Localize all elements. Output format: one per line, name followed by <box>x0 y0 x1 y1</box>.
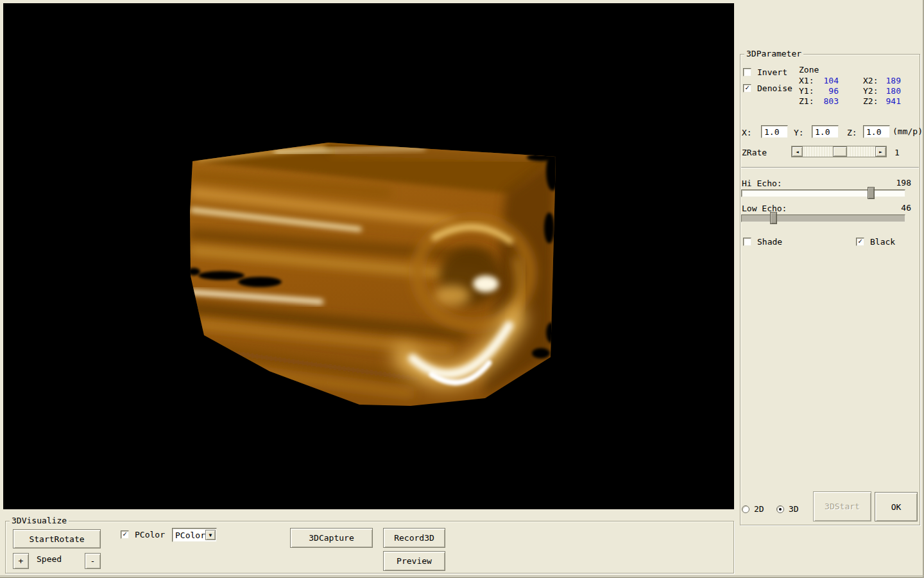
zrate-scrollbar[interactable]: ◄ ► <box>791 146 887 157</box>
zrate-scrollbar-thumb[interactable] <box>833 146 847 157</box>
render-viewport[interactable] <box>3 3 734 509</box>
invert-checkbox-box[interactable]: ✓ <box>743 68 751 76</box>
denoise-checkbox[interactable]: ✓ Denoise <box>743 84 792 93</box>
low-echo-value: 46 <box>886 203 911 213</box>
ok-button[interactable]: OK <box>875 492 918 521</box>
mode-3d-radio[interactable]: 3D <box>776 504 799 514</box>
window-edge <box>0 575 924 576</box>
zrate-value: 1 <box>894 148 900 157</box>
scroll-right-icon: ► <box>879 149 882 155</box>
zrate-label: ZRate <box>742 148 767 157</box>
zone-y1-value: 96 <box>822 86 839 96</box>
zone-x2-label: X2: <box>863 76 878 85</box>
pcolor-dropdown[interactable]: PColor ▼ <box>172 528 217 542</box>
zone-x1-label: X1: <box>799 76 814 85</box>
application-window: 3DParameter ✓ Invert ✓ Denoise Zone X1: … <box>0 0 924 578</box>
hi-echo-value: 198 <box>886 178 911 188</box>
start-rotate-button[interactable]: StartRotate <box>13 529 101 548</box>
checkmark-icon: ✓ <box>745 84 749 91</box>
hi-echo-slider-thumb[interactable] <box>868 187 875 199</box>
shade-label: Shade <box>757 237 782 247</box>
zone-z2-label: Z2: <box>863 96 878 106</box>
scale-x-input[interactable] <box>761 125 788 138</box>
capture3d-button[interactable]: 3DCapture <box>290 528 373 548</box>
hi-echo-slider-track[interactable] <box>741 189 905 197</box>
scale-x-label: X: <box>742 128 752 137</box>
zone-title: Zone <box>799 65 819 74</box>
zone-y1-label: Y1: <box>799 86 814 96</box>
low-echo-label: Low Echo: <box>742 204 787 213</box>
scale-y-label: Y: <box>794 128 804 137</box>
zone-x1-value: 104 <box>822 76 839 85</box>
zone-y2-value: 180 <box>884 86 901 96</box>
invert-checkbox[interactable]: ✓ Invert <box>743 68 787 77</box>
volume-render <box>3 3 734 509</box>
mode-2d-radio-circle[interactable] <box>742 505 749 513</box>
start3d-button[interactable]: 3DStart <box>813 491 871 521</box>
visualize-group-title: 3DVisualize <box>10 516 69 525</box>
zrate-scroll-left-button[interactable]: ◄ <box>792 146 803 157</box>
shade-checkbox[interactable]: ✓ Shade <box>743 238 782 247</box>
zone-z1-label: Z1: <box>799 96 814 106</box>
black-checkbox-box[interactable]: ✓ <box>856 238 864 246</box>
shade-checkbox-box[interactable]: ✓ <box>743 238 751 246</box>
pcolor-dropdown-value: PColor <box>173 530 205 540</box>
zone-z2-value: 941 <box>884 96 901 106</box>
denoise-label: Denoise <box>757 83 792 93</box>
low-echo-slider-thumb[interactable] <box>770 212 777 224</box>
checkmark-icon: ✓ <box>123 530 127 538</box>
mode-3d-radio-circle[interactable] <box>776 505 784 513</box>
black-checkbox[interactable]: ✓ Black <box>856 238 895 247</box>
zone-x2-value: 189 <box>884 76 901 85</box>
scale-z-input[interactable] <box>863 125 890 138</box>
pcolor-checkbox[interactable]: ✓ PColor <box>121 530 165 539</box>
zone-y2-label: Y2: <box>863 86 878 96</box>
scale-unit-label: (mm/p) <box>893 127 923 136</box>
pcolor-label: PColor <box>135 530 165 539</box>
zrate-scroll-right-button[interactable]: ► <box>875 146 886 157</box>
mode-2d-radio[interactable]: 2D <box>742 504 764 514</box>
chevron-down-icon: ▼ <box>209 532 212 538</box>
speed-label: Speed <box>37 554 62 564</box>
pcolor-checkbox-box[interactable]: ✓ <box>121 530 129 539</box>
panel-separator <box>741 167 919 168</box>
scale-z-label: Z: <box>847 128 857 137</box>
speed-minus-button[interactable]: - <box>85 553 101 569</box>
parameter-group-title: 3DParameter <box>744 49 803 58</box>
mode-2d-label: 2D <box>754 504 764 514</box>
checkmark-icon: ✓ <box>858 238 862 245</box>
black-label: Black <box>870 237 895 247</box>
speed-plus-button[interactable]: + <box>13 553 29 569</box>
low-echo-slider-track[interactable] <box>741 215 905 222</box>
scroll-left-icon: ◄ <box>796 149 799 155</box>
preview-button[interactable]: Preview <box>383 551 445 571</box>
invert-label: Invert <box>757 67 787 77</box>
scale-y-input[interactable] <box>812 125 839 138</box>
radio-dot <box>779 508 782 511</box>
mode-3d-label: 3D <box>789 504 799 514</box>
denoise-checkbox-box[interactable]: ✓ <box>743 84 751 92</box>
pcolor-dropdown-button[interactable]: ▼ <box>205 530 216 540</box>
record3d-button[interactable]: Record3D <box>383 528 445 548</box>
hi-echo-label: Hi Echo: <box>742 179 782 188</box>
zone-z1-value: 803 <box>822 96 839 106</box>
